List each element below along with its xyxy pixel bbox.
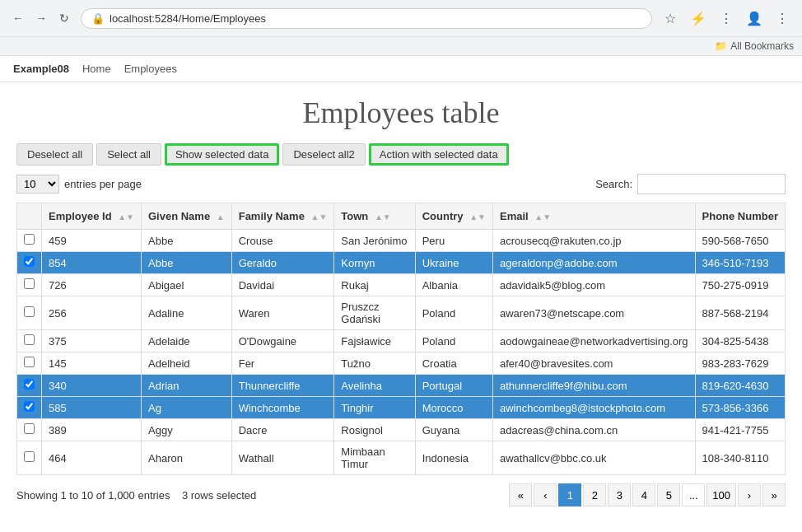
row-checkbox[interactable] [24,451,35,462]
row-phone: 750-275-0919 [695,274,785,296]
table-header-row: Employee Id ▲▼ Given Name ▲ Family Name … [17,203,786,230]
pagination-first[interactable]: « [509,483,532,506]
sort-icon-family: ▲▼ [311,212,328,222]
row-checkbox[interactable] [24,401,35,412]
row-id: 256 [42,296,142,330]
search-input[interactable] [637,174,786,194]
entries-label: entries per page [64,178,142,190]
row-country: Morocco [415,397,492,419]
row-id: 464 [42,441,142,475]
action-selected-button[interactable]: Action with selected data [369,143,509,166]
header-phone[interactable]: Phone Number [695,203,785,230]
row-given_name: Ag [142,397,232,419]
row-id: 340 [42,375,142,397]
address-bar[interactable]: 🔒 localhost:5284/Home/Employees [81,8,652,29]
row-country: Poland [415,330,492,352]
header-family-name[interactable]: Family Name ▲▼ [231,203,334,230]
reload-button[interactable]: ↻ [54,8,74,28]
table-row[interactable]: 854AbbeGeraldoKornynUkraineageraldonp@ad… [17,252,786,274]
row-given_name: Abigael [142,274,232,296]
header-employee-id[interactable]: Employee Id ▲▼ [42,203,142,230]
row-checkbox-cell [17,352,42,375]
row-given_name: Aggy [142,419,232,441]
row-checkbox[interactable] [24,423,35,434]
pagination-page-5[interactable]: 5 [657,483,680,506]
row-family_name: O'Dowgaine [231,330,334,352]
pagination-next[interactable]: › [738,483,761,506]
row-id: 726 [42,274,142,296]
profile-button[interactable]: 👤 [743,7,766,30]
row-family_name: Dacre [231,419,334,441]
browser-chrome: ← → ↻ 🔒 localhost:5284/Home/Employees ☆ … [0,0,802,37]
pagination-page-2[interactable]: 2 [583,483,606,506]
header-email[interactable]: Email ▲▼ [492,203,695,230]
lock-icon: 🔒 [91,12,105,25]
row-phone: 573-856-3366 [695,397,785,419]
entries-dropdown[interactable]: 10 25 50 100 [16,175,59,194]
select-all-button[interactable]: Select all [96,143,161,166]
row-checkbox[interactable] [24,379,35,390]
row-checkbox[interactable] [24,234,35,245]
row-checkbox[interactable] [24,357,35,367]
row-checkbox-cell [17,419,42,441]
table-row[interactable]: 340AdrianThunnercliffeAvelinhaPortugalat… [17,375,786,397]
row-given_name: Abbe [142,230,232,252]
table-row[interactable]: 464AharonWathallMimbaan TimurIndonesiaaw… [17,441,786,475]
row-town: Avelinha [334,375,415,397]
pagination-prev[interactable]: ‹ [534,483,557,506]
forward-button[interactable]: → [31,8,51,28]
row-checkbox-cell [17,397,42,419]
nav-home[interactable]: Home [82,63,111,75]
table-row[interactable]: 726AbigaelDavidaiRukajAlbaniaadavidaik5@… [17,274,786,296]
star-button[interactable]: ☆ [659,7,682,30]
deselect-all2-button[interactable]: Deselect all2 [282,143,365,166]
row-checkbox-cell [17,330,42,352]
row-email: athunnercliffe9f@hibu.com [492,375,695,397]
pagination-page-1[interactable]: 1 [558,483,581,506]
table-row[interactable]: 459AbbeCrouseSan JerónimoPeruacrousecq@r… [17,230,786,252]
row-town: San Jerónimo [334,230,415,252]
row-given_name: Adaline [142,296,232,330]
row-checkbox[interactable] [24,334,35,345]
row-checkbox-cell [17,274,42,296]
row-country: Guyana [415,419,492,441]
pagination-page-3[interactable]: 3 [608,483,631,506]
row-email: adacreas@china.com.cn [492,419,695,441]
menu-button[interactable]: ⋮ [715,7,738,30]
table-row[interactable]: 256AdalineWarenPruszcz GdańskiPolandawar… [17,296,786,330]
header-country[interactable]: Country ▲▼ [415,203,492,230]
row-id: 854 [42,252,142,274]
pagination-page-100[interactable]: 100 [706,483,736,506]
bookmark-bar: 📁 All Bookmarks [0,37,802,56]
row-id: 459 [42,230,142,252]
extensions-button[interactable]: ⚡ [687,7,710,30]
pagination-last[interactable]: » [762,483,786,506]
row-checkbox[interactable] [24,278,35,289]
row-checkbox[interactable] [24,256,35,267]
table-row[interactable]: 585AgWinchcombeTinghirMoroccoawinchcombe… [17,397,786,419]
browser-actions: ☆ ⚡ ⋮ 👤 ⋮ [659,7,794,30]
row-email: acrousecq@rakuten.co.jp [492,230,695,252]
row-phone: 590-568-7650 [695,230,785,252]
row-family_name: Waren [231,296,334,330]
row-email: awaren73@netscape.com [492,296,695,330]
header-town[interactable]: Town ▲▼ [334,203,415,230]
pagination-page-4[interactable]: 4 [632,483,655,506]
deselect-all-button[interactable]: Deselect all [16,143,93,166]
table-row[interactable]: 375AdelaideO'DowgaineFajsławicePolandaod… [17,330,786,352]
back-button[interactable]: ← [8,8,28,28]
row-phone: 983-283-7629 [695,352,785,375]
row-checkbox[interactable] [24,306,35,317]
row-phone: 941-421-7755 [695,419,785,441]
row-email: awathallcv@bbc.co.uk [492,441,695,475]
show-selected-button[interactable]: Show selected data [165,143,279,166]
pagination: « ‹ 1 2 3 4 5 ... 100 › » [509,483,786,506]
sort-icon-email: ▲▼ [534,212,551,222]
more-button[interactable]: ⋮ [771,7,794,30]
table-row[interactable]: 389AggyDacreRosignolGuyanaadacreas@china… [17,419,786,441]
row-town: Fajsławice [334,330,415,352]
header-given-name[interactable]: Given Name ▲ [142,203,232,230]
bottom-row: Showing 1 to 10 of 1,000 entries 3 rows … [16,483,786,506]
nav-employees[interactable]: Employees [124,63,177,75]
table-row[interactable]: 145AdelheidFerTužnoCroatiaafer40@bravesi… [17,352,786,375]
